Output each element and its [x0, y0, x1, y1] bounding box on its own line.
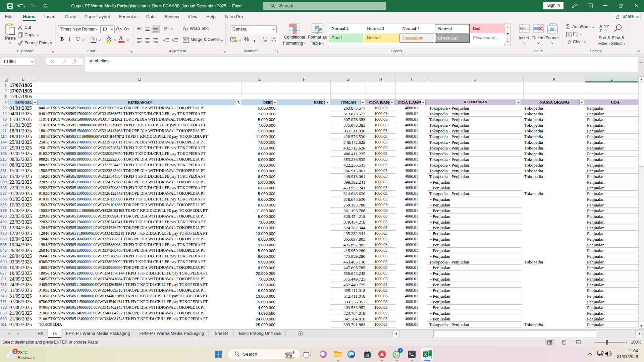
- svg-text:ab: ab: [164, 26, 167, 30]
- svg-text:c: c: [183, 28, 184, 32]
- svg-text:0: 0: [275, 40, 276, 43]
- svg-text:Z: Z: [599, 28, 602, 33]
- svg-text:.00: .00: [264, 40, 268, 43]
- svg-text:A: A: [599, 24, 602, 29]
